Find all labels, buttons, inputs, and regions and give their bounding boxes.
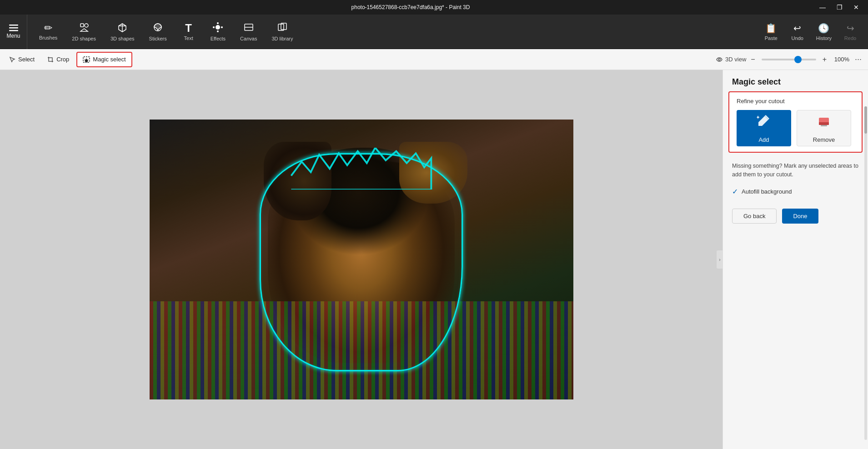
svg-point-11	[221, 26, 223, 28]
svg-point-7	[216, 25, 220, 30]
view-icon	[716, 56, 722, 63]
menu-icon	[9, 25, 18, 32]
stickers-label: Stickers	[149, 36, 167, 41]
ribbon-tool-3d-library[interactable]: 3D library	[265, 18, 299, 45]
3d-shapes-icon	[117, 22, 127, 34]
canvas-area[interactable]	[0, 70, 722, 449]
image-background	[150, 120, 573, 399]
paste-label: Paste	[765, 35, 778, 41]
ribbon: Menu ✏ Brushes 2D shapes	[0, 15, 868, 49]
panel-title: Magic select	[723, 70, 868, 91]
text-icon: T	[185, 23, 192, 34]
window-title: photo-1546527868-ccb7ee7dfa6a.jpg* - Pai…	[5, 4, 816, 10]
history-label: History	[816, 35, 832, 41]
paste-button[interactable]: 📋 Paste	[759, 18, 783, 45]
svg-point-17	[718, 59, 720, 60]
redo-icon: ↪	[847, 23, 854, 34]
redo-label: Redo	[844, 35, 856, 41]
2d-shapes-icon	[79, 22, 89, 34]
crop-icon	[47, 56, 54, 63]
scrollbar-thumb	[864, 106, 867, 134]
refine-section: Refine your cutout Add	[728, 91, 863, 153]
ribbon-actions: 📋 Paste ↩ Undo 🕓 History ↪ Redo	[753, 18, 868, 45]
panel-hint: Missing something? Mark any unselected a…	[723, 153, 868, 184]
ribbon-tool-canvas[interactable]: Canvas	[234, 18, 263, 45]
add-icon	[757, 113, 771, 133]
undo-button[interactable]: ↩ Undo	[785, 18, 810, 45]
refine-heading: Refine your cutout	[737, 98, 854, 105]
collapse-panel-button[interactable]: ›	[717, 250, 723, 269]
3d-shapes-label: 3D shapes	[110, 36, 135, 41]
zoom-minus[interactable]: −	[749, 55, 757, 64]
canvas-icon	[244, 22, 254, 34]
undo-icon: ↩	[793, 23, 801, 34]
more-options-button[interactable]: ···	[852, 55, 864, 64]
minimize-button[interactable]: —	[816, 3, 829, 12]
magic-select-button[interactable]: Magic select	[76, 52, 132, 67]
select-label: Select	[18, 56, 35, 63]
brushes-icon: ✏	[44, 23, 52, 33]
history-icon: 🕓	[818, 23, 829, 34]
window-controls: — ❐ ✕	[816, 3, 863, 12]
main-area: Magic select Refine your cutout	[0, 70, 868, 449]
view-controls: 3D view − + 100% ···	[716, 55, 864, 64]
effects-icon	[213, 22, 223, 34]
ribbon-tool-3d-shapes[interactable]: 3D shapes	[104, 18, 141, 45]
svg-marker-5	[80, 29, 88, 31]
svg-point-10	[213, 26, 215, 28]
stickers-icon	[153, 22, 163, 34]
magic-select-icon	[83, 56, 90, 63]
svg-rect-2	[9, 30, 18, 31]
svg-rect-20	[821, 125, 827, 126]
ribbon-tool-brushes[interactable]: ✏ Brushes	[33, 18, 64, 45]
paste-icon: 📋	[765, 23, 777, 34]
svg-rect-0	[9, 25, 18, 26]
brushes-label: Brushes	[39, 35, 57, 40]
selection-jagged	[276, 148, 446, 190]
crop-button[interactable]: Crop	[42, 52, 75, 67]
3d-library-label: 3D library	[271, 36, 293, 41]
svg-rect-3	[80, 24, 84, 27]
remove-button[interactable]: Remove	[797, 110, 851, 146]
panel-scrollbar[interactable]	[864, 106, 867, 440]
svg-point-9	[217, 30, 219, 32]
ribbon-tool-effects[interactable]: Effects	[204, 18, 232, 45]
zoom-slider[interactable]	[762, 59, 816, 60]
select-button[interactable]: Select	[4, 52, 40, 67]
remove-icon	[817, 113, 831, 133]
add-label: Add	[758, 136, 769, 143]
ribbon-tool-text[interactable]: T Text	[175, 18, 202, 45]
svg-rect-19	[819, 122, 829, 125]
go-back-button[interactable]: Go back	[732, 209, 777, 224]
autofill-check-icon: ✓	[732, 187, 738, 196]
svg-point-4	[85, 24, 88, 27]
menu-button[interactable]: Menu	[0, 15, 27, 49]
canvas-image	[150, 120, 573, 399]
zoom-plus[interactable]: +	[821, 55, 828, 64]
history-button[interactable]: 🕓 History	[812, 18, 836, 45]
right-panel: Magic select Refine your cutout	[722, 70, 868, 449]
svg-point-8	[217, 22, 219, 24]
menu-label: Menu	[6, 33, 20, 39]
add-button[interactable]: Add	[737, 110, 791, 146]
redo-button[interactable]: ↪ Redo	[838, 18, 863, 45]
3d-view-label: 3D view	[725, 56, 746, 63]
remove-label: Remove	[813, 136, 835, 143]
zoom-percent: 100%	[831, 56, 849, 63]
crop-label: Crop	[56, 56, 69, 63]
select-icon	[9, 56, 15, 63]
zoom-thumb	[794, 56, 802, 63]
svg-rect-1	[9, 27, 18, 29]
effects-label: Effects	[211, 36, 226, 41]
close-button[interactable]: ✕	[850, 3, 863, 12]
title-bar: photo-1546527868-ccb7ee7dfa6a.jpg* - Pai…	[0, 0, 868, 15]
refine-buttons: Add Remove	[737, 110, 854, 146]
toolbar: Select Crop Magic select 3D view − + 100…	[0, 49, 868, 70]
undo-label: Undo	[792, 35, 803, 41]
done-button[interactable]: Done	[782, 209, 818, 224]
restore-button[interactable]: ❐	[833, 3, 846, 12]
ribbon-tool-stickers[interactable]: Stickers	[143, 18, 173, 45]
ribbon-tool-2d-shapes[interactable]: 2D shapes	[65, 18, 102, 45]
panel-actions: Go back Done	[723, 200, 868, 233]
autofill-label: Autofill background	[742, 188, 792, 195]
